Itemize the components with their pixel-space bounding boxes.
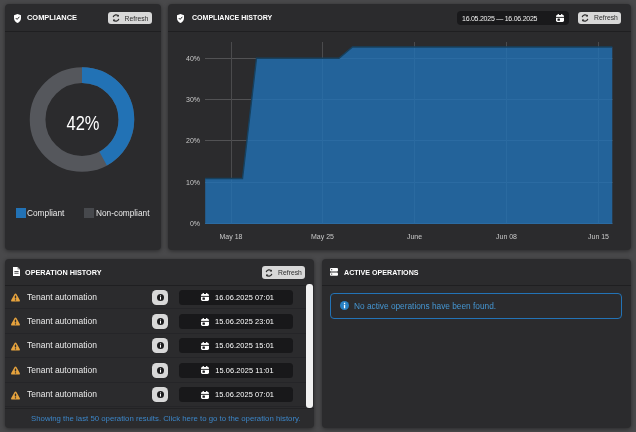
svg-text:May 25: May 25 — [311, 233, 334, 241]
svg-text:42%: 42% — [67, 112, 100, 134]
svg-text:Jun 15: Jun 15 — [588, 233, 609, 240]
svg-text:0%: 0% — [190, 220, 200, 227]
svg-text:10%: 10% — [186, 179, 200, 186]
svg-text:Jun 08: Jun 08 — [496, 233, 517, 240]
svg-text:June: June — [407, 233, 422, 240]
svg-text:30%: 30% — [186, 96, 200, 103]
svg-text:40%: 40% — [186, 55, 200, 62]
svg-text:20%: 20% — [186, 137, 200, 144]
svg-text:May 18: May 18 — [220, 233, 243, 241]
